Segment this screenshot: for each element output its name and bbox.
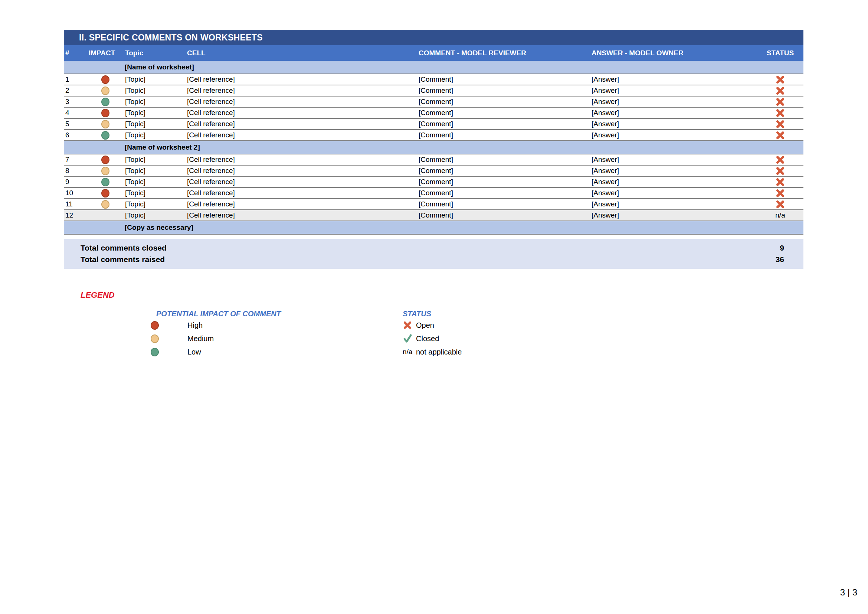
- legend-item-high: High: [151, 320, 159, 330]
- comment-cell: [Comment]: [417, 189, 590, 197]
- answer-cell: [Answer]: [590, 200, 757, 208]
- worksheet-band: [Name of worksheet 2]: [64, 141, 803, 154]
- comment-cell: [Comment]: [417, 211, 590, 219]
- table-header-row: # IMPACT Topic CELL COMMENT - MODEL REVI…: [64, 45, 803, 61]
- answer-cell: [Answer]: [590, 131, 757, 139]
- table-row: 8 [Topic] [Cell reference] [Comment] [An…: [64, 166, 803, 177]
- status-cell: [757, 166, 803, 176]
- legend-open-label: Open: [416, 321, 434, 330]
- table-row: 11 [Topic] [Cell reference] [Comment] [A…: [64, 199, 803, 210]
- impact-legend-title: POTENTIAL IMPACT OF COMMENT: [156, 310, 281, 318]
- impact-low-circle-icon: [101, 178, 110, 186]
- topic-cell: [Topic]: [124, 167, 186, 175]
- table-row: 12 [Topic] [Cell reference] [Comment] [A…: [64, 210, 803, 221]
- cell-reference-cell: [Cell reference]: [186, 167, 417, 175]
- legend-low-label: Low: [188, 348, 201, 357]
- row-number-cell: 9: [64, 178, 87, 186]
- impact-cell: [87, 75, 124, 84]
- answer-cell: [Answer]: [590, 211, 757, 219]
- open-x-icon: [775, 108, 785, 118]
- worksheet-band: [Copy as necessary]: [64, 221, 803, 235]
- impact-medium-circle-icon: [101, 167, 110, 175]
- status-cell: [757, 97, 803, 107]
- status-cell: [757, 188, 803, 198]
- table-row: 9 [Topic] [Cell reference] [Comment] [An…: [64, 177, 803, 188]
- impact-high-circle-icon: [101, 109, 110, 117]
- impact-cell: [87, 131, 124, 140]
- impact-low-circle-icon: [101, 131, 110, 140]
- comment-cell: [Comment]: [417, 87, 590, 95]
- topic-cell: [Topic]: [124, 200, 186, 208]
- worksheet-band-label: [Copy as necessary]: [125, 223, 193, 232]
- legend-title: LEGEND: [81, 290, 115, 300]
- table-row: 4 [Topic] [Cell reference] [Comment] [An…: [64, 108, 803, 119]
- row-number-cell: 11: [64, 200, 87, 208]
- table-row: 3 [Topic] [Cell reference] [Comment] [An…: [64, 96, 803, 108]
- open-x-icon: [775, 119, 785, 129]
- legend-item-medium: Medium: [151, 333, 159, 344]
- comment-cell: [Comment]: [417, 75, 590, 84]
- table-title-bar: II. SPECIFIC COMMENTS ON WORKSHEETS: [64, 30, 803, 45]
- open-x-icon: [775, 155, 785, 165]
- table-row: 1 [Topic] [Cell reference] [Comment] [An…: [64, 74, 803, 85]
- total-raised-value: 36: [776, 255, 803, 264]
- column-header-comment: COMMENT - MODEL REVIEWER: [417, 49, 590, 57]
- status-cell: [757, 108, 803, 118]
- impact-low-circle-icon: [101, 98, 110, 106]
- topic-cell: [Topic]: [124, 131, 186, 139]
- answer-cell: [Answer]: [590, 87, 757, 95]
- totals-band: Total comments closed 9 Total comments r…: [64, 239, 803, 269]
- status-cell: [757, 74, 803, 85]
- open-x-icon: [775, 177, 785, 187]
- column-header-impact: IMPACT: [87, 49, 124, 57]
- row-number-cell: 3: [64, 98, 87, 106]
- legend-closed-label: Closed: [416, 335, 439, 343]
- topic-cell: [Topic]: [124, 120, 186, 128]
- impact-high-circle-icon: [101, 155, 110, 164]
- table-row: 10 [Topic] [Cell reference] [Comment] [A…: [64, 188, 803, 199]
- status-legend-title: STATUS: [403, 310, 431, 318]
- impact-cell: [87, 167, 124, 175]
- comment-cell: [Comment]: [417, 109, 590, 117]
- open-x-icon: [403, 320, 414, 330]
- comment-cell: [Comment]: [417, 98, 590, 106]
- page-number: 3 | 3: [809, 587, 857, 598]
- column-header-number: #: [64, 49, 87, 57]
- legend-item-closed: Closed: [403, 333, 439, 344]
- impact-cell: [87, 109, 124, 117]
- row-number-cell: 10: [64, 189, 87, 197]
- answer-cell: [Answer]: [590, 178, 757, 186]
- row-number-cell: 8: [64, 167, 87, 175]
- impact-high-circle-icon: [101, 75, 110, 84]
- open-x-icon: [775, 199, 785, 209]
- status-cell: [757, 119, 803, 129]
- topic-cell: [Topic]: [124, 109, 186, 117]
- impact-low-circle-icon: [151, 348, 159, 357]
- cell-reference-cell: [Cell reference]: [186, 178, 417, 186]
- row-number-cell: 5: [64, 120, 87, 128]
- cell-reference-cell: [Cell reference]: [186, 211, 417, 219]
- cell-reference-cell: [Cell reference]: [186, 120, 417, 128]
- column-header-answer: ANSWER - MODEL OWNER: [590, 49, 757, 57]
- impact-cell: [87, 178, 124, 186]
- spacer: [64, 235, 803, 239]
- worksheet-band: [Name of worksheet]: [64, 61, 803, 74]
- status-cell: [757, 155, 803, 165]
- impact-medium-circle-icon: [101, 87, 110, 95]
- comment-cell: [Comment]: [417, 120, 590, 128]
- legend-item-na: n/a not applicable: [403, 347, 462, 357]
- comment-cell: [Comment]: [417, 131, 590, 139]
- cell-reference-cell: [Cell reference]: [186, 75, 417, 84]
- total-raised-row: Total comments raised 36: [64, 254, 803, 265]
- total-closed-label: Total comments closed: [64, 243, 167, 253]
- status-cell: [757, 177, 803, 187]
- open-x-icon: [775, 86, 785, 96]
- row-number-cell: 2: [64, 87, 87, 95]
- impact-cell: [87, 87, 124, 95]
- table-title: II. SPECIFIC COMMENTS ON WORKSHEETS: [79, 33, 263, 43]
- cell-reference-cell: [Cell reference]: [186, 155, 417, 164]
- status-cell: [757, 86, 803, 96]
- answer-cell: [Answer]: [590, 155, 757, 164]
- comment-cell: [Comment]: [417, 167, 590, 175]
- answer-cell: [Answer]: [590, 189, 757, 197]
